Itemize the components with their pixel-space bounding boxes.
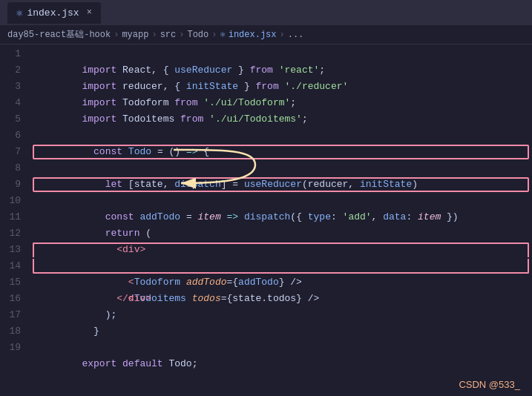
code-line-5 xyxy=(33,111,532,128)
line-num: 1 xyxy=(7,46,21,62)
code-line-1: import React, { useReducer } from 'react… xyxy=(33,46,532,62)
react-icon: ⚛ xyxy=(16,7,22,19)
breadcrumb-sep: › xyxy=(211,30,217,40)
breadcrumb-part: myapp xyxy=(122,30,148,40)
breadcrumb: day85-react基础-hook › myapp › src › Todo … xyxy=(0,25,532,44)
line-num: 11 xyxy=(7,209,21,225)
breadcrumb-sep: › xyxy=(114,30,119,40)
tab-label: index.jsx xyxy=(27,7,79,19)
breadcrumb-part: day85-react基础-hook xyxy=(7,28,111,41)
code-line-3: import Todoform from './ui/Todoform'; xyxy=(33,79,532,95)
code-line-12: <div> xyxy=(33,225,532,242)
code-line-15: </div> xyxy=(33,274,532,291)
line-num: 8 xyxy=(7,160,21,176)
line-num: 2 xyxy=(7,62,21,79)
code-line-17: } xyxy=(33,307,532,323)
code-line-9: const addTodo = item => dispatch({ type:… xyxy=(33,176,532,193)
line-num: 19 xyxy=(7,340,21,356)
title-bar: ⚛ index.jsx × xyxy=(0,0,532,25)
code-line-16: ); xyxy=(33,291,532,307)
breadcrumb-icon: ⚛ xyxy=(220,29,225,40)
line-num: 12 xyxy=(7,225,21,242)
line-num: 6 xyxy=(7,128,21,144)
code-line-18 xyxy=(33,323,532,340)
line-num: 16 xyxy=(7,291,21,307)
line-num: 5 xyxy=(7,111,21,128)
line-num: 3 xyxy=(7,79,21,95)
line-num: 10 xyxy=(7,193,21,209)
line-numbers: 1 2 3 4 5 6 7 8 9 10 11 12 13 14 15 16 1… xyxy=(0,44,33,396)
line-num: 7 xyxy=(7,144,21,160)
line-num: 9 xyxy=(7,176,21,193)
breadcrumb-sep: › xyxy=(179,30,184,40)
breadcrumb-part: ... xyxy=(288,30,304,40)
breadcrumb-file: index.jsx xyxy=(229,30,277,40)
code-line-13: <Todoform addTodo={addTodo} /> xyxy=(33,242,532,258)
code-content: import React, { useReducer } from 'react… xyxy=(33,44,532,396)
line-num: 18 xyxy=(7,323,21,340)
code-line-4: import Todoitems from './ui/Todoitems'; xyxy=(33,95,532,111)
breadcrumb-part: Todo xyxy=(187,30,208,40)
tab-close-button[interactable]: × xyxy=(87,7,92,18)
code-line-6: const Todo = () => { xyxy=(33,128,532,144)
code-editor: 1 2 3 4 5 6 7 8 9 10 11 12 13 14 15 16 1… xyxy=(0,44,532,396)
code-line-8 xyxy=(33,160,532,176)
code-line-2: import reducer, { initState } from './re… xyxy=(33,62,532,79)
code-line-7: let [state, dispatch] = useReducer(reduc… xyxy=(33,144,532,160)
code-line-19: export default Todo; xyxy=(33,340,532,356)
watermark: CSDN @533_ xyxy=(459,379,520,390)
line-num: 14 xyxy=(7,258,21,274)
line-num: 15 xyxy=(7,274,21,291)
code-line-11: return ( xyxy=(33,209,532,225)
editor-tab[interactable]: ⚛ index.jsx × xyxy=(7,2,101,24)
line-num: 17 xyxy=(7,307,21,323)
code-line-10 xyxy=(33,193,532,209)
breadcrumb-sep: › xyxy=(280,30,285,40)
line-num: 4 xyxy=(7,95,21,111)
line-num: 13 xyxy=(7,242,21,258)
breadcrumb-part: src xyxy=(160,30,177,40)
code-line-14: <Todoitems todos={state.todos} /> xyxy=(33,258,532,274)
breadcrumb-sep: › xyxy=(151,30,157,40)
